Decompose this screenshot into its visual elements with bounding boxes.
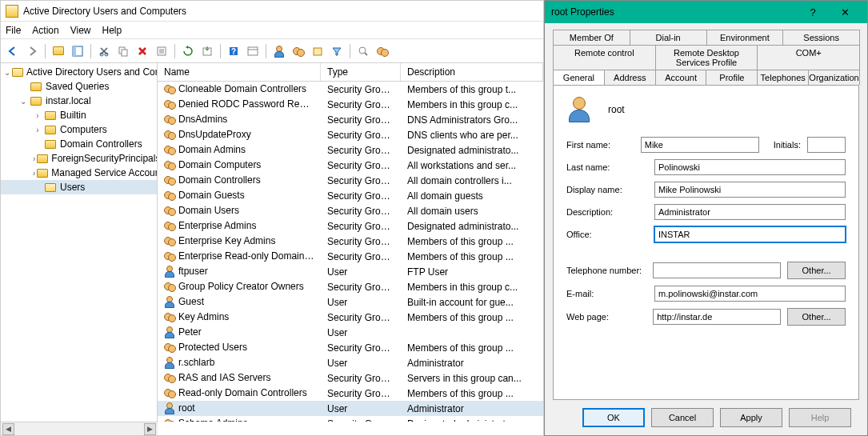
menu-view[interactable]: View: [70, 25, 91, 36]
col-desc-header[interactable]: Description: [401, 63, 543, 81]
list-row[interactable]: DnsAdminsSecurity Group...DNS Administra…: [158, 112, 543, 127]
list-row[interactable]: RAS and IAS ServersSecurity Group...Serv…: [158, 370, 543, 386]
tab-dial-in[interactable]: Dial-in: [630, 30, 707, 45]
row-desc: All domain guests: [401, 190, 543, 202]
new-ou-button[interactable]: [309, 42, 326, 60]
tree-root[interactable]: ⌄ Active Directory Users and Com: [1, 65, 157, 79]
menu-help[interactable]: Help: [102, 25, 122, 36]
telephone-other-button[interactable]: Other...: [787, 262, 846, 279]
tree-hscrollbar[interactable]: ◀ ▶: [1, 422, 158, 435]
list-row[interactable]: Read-only Domain ControllersSecurity Gro…: [158, 386, 543, 401]
list-row[interactable]: PeterUser: [158, 325, 543, 340]
new-user-button[interactable]: [270, 42, 288, 60]
tab-general[interactable]: General: [553, 70, 605, 85]
list-row[interactable]: Enterprise AdminsSecurity Group...Design…: [158, 218, 543, 234]
col-name-header[interactable]: Name: [158, 63, 321, 81]
show-hide-tree-button[interactable]: [69, 42, 86, 60]
tab-remote-control[interactable]: Remote control: [553, 45, 656, 70]
list-row[interactable]: Protected UsersSecurity Group...Members …: [158, 340, 543, 355]
tree-item[interactable]: ›Computers: [1, 122, 157, 137]
last-name-input[interactable]: [654, 159, 846, 175]
list-row[interactable]: rootUserAdministrator: [158, 401, 543, 416]
tree-item[interactable]: Saved Queries: [1, 79, 157, 94]
list-row[interactable]: ftpuserUserFTP User: [158, 264, 543, 279]
list-row[interactable]: Domain UsersSecurity Group...All domain …: [158, 203, 543, 218]
first-name-input[interactable]: [641, 137, 759, 153]
add-to-group-button[interactable]: [374, 42, 391, 60]
tab-organization[interactable]: Organization: [808, 70, 860, 85]
tree-item-label: Managed Service Accoun: [51, 167, 158, 178]
cut-button[interactable]: [95, 42, 113, 60]
filter-button[interactable]: [328, 42, 346, 60]
cancel-button[interactable]: Cancel: [651, 408, 714, 427]
webpage-other-button[interactable]: Other...: [787, 308, 846, 326]
tree-panel[interactable]: ⌄ Active Directory Users and Com Saved Q…: [1, 63, 158, 422]
nav-forward-button[interactable]: [23, 42, 41, 60]
tree-item[interactable]: ›Builtin: [1, 108, 157, 122]
list-row[interactable]: Domain ComputersSecurity Group...All wor…: [158, 158, 543, 173]
dialog-close-button[interactable]: ✕: [829, 1, 861, 23]
menu-file[interactable]: File: [6, 25, 21, 36]
refresh-button[interactable]: [179, 42, 197, 60]
display-name-input[interactable]: [654, 182, 846, 198]
ok-button[interactable]: OK: [582, 408, 645, 427]
tree-item[interactable]: ›ForeignSecurityPrincipals: [1, 151, 157, 166]
list-row[interactable]: Domain AdminsSecurity Group...Designated…: [158, 142, 543, 158]
nav-back-button[interactable]: [4, 42, 22, 60]
list-row[interactable]: r.schlarbUserAdministrator: [158, 355, 543, 370]
svg-rect-13: [248, 47, 258, 55]
tree-item-label: Computers: [60, 124, 107, 135]
tree-item[interactable]: ⌄instar.local: [1, 94, 157, 108]
tree-item[interactable]: ›Managed Service Accoun: [1, 166, 157, 180]
tree-item[interactable]: Domain Controllers: [1, 137, 157, 151]
list-row[interactable]: DnsUpdateProxySecurity Group...DNS clien…: [158, 127, 543, 142]
row-desc: Members of this group ...: [401, 388, 543, 399]
col-type-header[interactable]: Type: [321, 63, 401, 81]
list-row[interactable]: Enterprise Read-only Domain Co...Securit…: [158, 249, 543, 264]
tab-account[interactable]: Account: [655, 70, 707, 85]
find-button[interactable]: [244, 42, 262, 60]
list-row[interactable]: Group Policy Creator OwnersSecurity Grou…: [158, 279, 543, 294]
row-name: ftpuser: [178, 266, 208, 277]
list-row[interactable]: Key AdminsSecurity Group...Members of th…: [158, 310, 543, 325]
tree-item[interactable]: Users: [1, 180, 157, 194]
list-row[interactable]: GuestUserBuilt-in account for gue...: [158, 294, 543, 310]
list-row[interactable]: Denied RODC Password Replicati...Securit…: [158, 97, 543, 112]
list-row[interactable]: Schema AdminsSecurity Group...Designated…: [158, 416, 543, 422]
list-panel[interactable]: Name Type Description Cloneable Domain C…: [158, 63, 543, 422]
tab-telephones[interactable]: Telephones: [757, 70, 809, 85]
list-row[interactable]: Domain ControllersSecurity Group...All d…: [158, 173, 543, 188]
user-avatar-icon: [566, 97, 592, 122]
menu-action[interactable]: Action: [32, 25, 58, 36]
help-button[interactable]: ?: [225, 42, 242, 60]
tab-environment[interactable]: Environment: [706, 30, 784, 45]
email-input[interactable]: [654, 286, 846, 302]
list-row[interactable]: Enterprise Key AdminsSecurity Group...Me…: [158, 234, 543, 249]
properties-dialog: root Properties ? ✕ Member OfDial-inEnvi…: [544, 0, 868, 436]
scroll-left-icon[interactable]: ◀: [2, 423, 14, 435]
office-input[interactable]: [654, 226, 846, 242]
scroll-right-icon[interactable]: ▶: [144, 423, 156, 435]
tab-member-of[interactable]: Member Of: [553, 30, 630, 45]
properties-button[interactable]: [153, 42, 170, 60]
tab-remote-desktop-services-profile[interactable]: Remote Desktop Services Profile: [655, 45, 758, 70]
tab-profile[interactable]: Profile: [706, 70, 758, 85]
find-objects-button[interactable]: [354, 42, 372, 60]
tab-com-[interactable]: COM+: [757, 45, 860, 70]
new-group-button[interactable]: [290, 42, 307, 60]
export-button[interactable]: [198, 42, 216, 60]
help-button[interactable]: Help: [789, 408, 851, 427]
telephone-input[interactable]: [653, 262, 781, 278]
delete-button[interactable]: [134, 42, 151, 60]
list-row[interactable]: Cloneable Domain ControllersSecurity Gro…: [158, 82, 543, 97]
apply-button[interactable]: Apply: [720, 408, 782, 427]
description-input[interactable]: [654, 204, 846, 220]
webpage-input[interactable]: [653, 309, 781, 325]
tab-sessions[interactable]: Sessions: [782, 30, 860, 45]
initials-input[interactable]: [807, 137, 846, 153]
list-row[interactable]: Domain GuestsSecurity Group...All domain…: [158, 188, 543, 203]
copy-button[interactable]: [114, 42, 132, 60]
up-button[interactable]: [50, 42, 67, 60]
tab-address[interactable]: Address: [604, 70, 656, 85]
dialog-help-button[interactable]: ?: [797, 1, 829, 23]
